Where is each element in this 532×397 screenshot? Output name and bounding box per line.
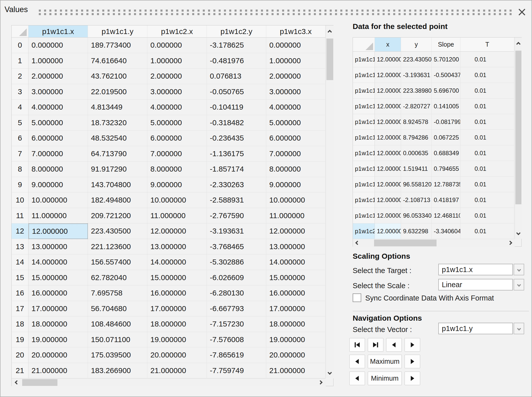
row-header-7[interactable]: 7 xyxy=(12,146,28,162)
cell[interactable]: -0.081799 xyxy=(432,114,460,130)
vector-combobox-value[interactable]: p1w1c1.y xyxy=(438,323,513,334)
cell[interactable]: 12.000000 xyxy=(375,177,401,192)
cell[interactable]: 15.000000 xyxy=(266,270,325,286)
row-header-10[interactable]: 10 xyxy=(12,192,28,208)
cell[interactable]: 43.762100 xyxy=(88,69,147,84)
vector-combobox-dropdown-button[interactable] xyxy=(514,323,524,334)
cell[interactable]: 12.000000 xyxy=(375,98,401,114)
cell[interactable]: 3.000000 xyxy=(266,84,325,100)
row-header-p1w1c15[interactable]: p1w1c15 xyxy=(353,145,375,161)
row-header-19[interactable]: 19 xyxy=(12,332,28,348)
cell[interactable]: 12.000000 xyxy=(147,223,207,239)
cell[interactable]: 2.000000 xyxy=(266,69,325,84)
cell[interactable]: 183.266900 xyxy=(88,363,147,379)
row-header-p1w1c12[interactable]: p1w1c12 xyxy=(353,98,375,114)
cell[interactable]: 18.000000 xyxy=(28,316,88,332)
cell[interactable]: -0.481976 xyxy=(207,53,266,69)
cell[interactable]: 0.01 xyxy=(460,67,514,83)
cell[interactable]: 18.000000 xyxy=(147,316,207,332)
cell[interactable]: 12.000000 xyxy=(375,223,401,239)
column-header-x[interactable]: x xyxy=(375,38,401,52)
cell[interactable]: 0.01 xyxy=(460,145,514,161)
cell[interactable]: -2.588931 xyxy=(207,192,266,208)
cell[interactable]: 15.000000 xyxy=(28,270,88,286)
vector-combobox[interactable]: p1w1c1.y xyxy=(438,323,524,334)
row-header-0[interactable]: 0 xyxy=(12,38,28,53)
cell[interactable]: 14.000000 xyxy=(147,254,207,270)
cell[interactable]: -7.157230 xyxy=(207,316,266,332)
minimum-button[interactable]: Minimum xyxy=(368,372,402,385)
cell[interactable]: 175.039500 xyxy=(88,347,147,363)
cell[interactable]: 6.000000 xyxy=(147,130,207,146)
cell[interactable]: -6.280130 xyxy=(207,285,266,301)
cell[interactable]: 20.000000 xyxy=(266,347,325,363)
row-header-2[interactable]: 2 xyxy=(12,69,28,84)
cell[interactable]: 12.788735 xyxy=(432,177,460,192)
cell[interactable]: 11.000000 xyxy=(28,208,88,224)
cell[interactable]: 12.000000 xyxy=(375,83,401,98)
cell[interactable]: 91.917290 xyxy=(88,161,147,177)
row-header-p1w1c14[interactable]: p1w1c14 xyxy=(353,130,375,145)
cell[interactable]: 0.01 xyxy=(460,52,514,67)
cell[interactable]: 1.519411 xyxy=(401,161,432,177)
cell[interactable]: 8.794286 xyxy=(401,130,432,145)
cell[interactable]: 17.000000 xyxy=(28,301,88,317)
cell[interactable]: 4.000000 xyxy=(266,100,325,115)
cell[interactable]: 13.000000 xyxy=(147,239,207,255)
scroll-left-button[interactable] xyxy=(353,239,362,247)
cell[interactable]: 0.688349 xyxy=(432,145,460,161)
cell[interactable]: -2.330263 xyxy=(207,177,266,193)
cell[interactable]: 5.701200 xyxy=(432,52,460,67)
column-header-p1w1c3.x[interactable]: p1w1c3.x xyxy=(266,25,325,38)
cell[interactable]: 2.000000 xyxy=(147,69,207,84)
row-header-6[interactable]: 6 xyxy=(12,130,28,146)
column-header-p1w1c2.x[interactable]: p1w1c2.x xyxy=(147,25,207,38)
values-table-vertical-scrollbar[interactable] xyxy=(326,25,334,378)
cell[interactable]: 0.000000 xyxy=(147,38,207,53)
cell[interactable]: -0.236435 xyxy=(207,130,266,146)
cell[interactable]: 0.000635 xyxy=(401,145,432,161)
next-minimum-button[interactable] xyxy=(405,372,420,385)
cell[interactable]: 19.000000 xyxy=(28,332,88,348)
cell[interactable]: 5.000000 xyxy=(266,115,325,131)
row-header-5[interactable]: 5 xyxy=(12,115,28,131)
column-header-p1w1c1.x[interactable]: p1w1c1.x xyxy=(28,25,88,38)
cell[interactable]: -7.576008 xyxy=(207,332,266,348)
cell[interactable]: 12.000000 xyxy=(375,192,401,208)
cell[interactable]: 21.000000 xyxy=(28,363,88,379)
go-previous-button[interactable] xyxy=(386,338,402,352)
scroll-up-button[interactable] xyxy=(326,25,334,37)
cell[interactable]: 12.000000 xyxy=(375,161,401,177)
select-all-corner-cell[interactable] xyxy=(353,38,375,52)
cell[interactable]: 0.141005 xyxy=(432,98,460,114)
scale-combobox[interactable]: Linear xyxy=(438,279,524,290)
cell[interactable]: 9.000000 xyxy=(28,177,88,193)
cell[interactable]: 8.000000 xyxy=(266,161,325,177)
row-header-16[interactable]: 16 xyxy=(12,285,28,301)
column-header-Slope[interactable]: Slope xyxy=(432,38,460,52)
cell[interactable]: 12.000000 xyxy=(375,52,401,67)
cell[interactable]: 0.076813 xyxy=(207,69,266,84)
cell[interactable]: 12.000000 xyxy=(266,223,325,239)
cell[interactable]: 0.000000 xyxy=(266,38,325,53)
cell[interactable]: 14.000000 xyxy=(266,254,325,270)
cell[interactable]: 17.000000 xyxy=(147,301,207,317)
cell[interactable]: 0.01 xyxy=(460,98,514,114)
row-header-14[interactable]: 14 xyxy=(12,254,28,270)
cell[interactable]: 0.067225 xyxy=(432,130,460,145)
cell[interactable]: 150.071100 xyxy=(88,332,147,348)
cell[interactable]: -5.302886 xyxy=(207,254,266,270)
row-header-13[interactable]: 13 xyxy=(12,239,28,255)
cell[interactable]: -6.667793 xyxy=(207,301,266,317)
row-header-9[interactable]: 9 xyxy=(12,177,28,193)
cell[interactable]: -2.820727 xyxy=(401,98,432,114)
cell[interactable]: 96.558120 xyxy=(401,177,432,192)
scroll-right-button[interactable] xyxy=(315,379,326,386)
row-header-4[interactable]: 4 xyxy=(12,100,28,115)
cell[interactable]: 1.000000 xyxy=(28,53,88,69)
cell[interactable]: 9.632298 xyxy=(401,223,432,239)
cell[interactable]: -3.178625 xyxy=(207,38,266,53)
scroll-left-button[interactable] xyxy=(12,379,22,386)
cell[interactable]: 64.713790 xyxy=(88,146,147,162)
cell[interactable]: 143.704800 xyxy=(88,177,147,193)
